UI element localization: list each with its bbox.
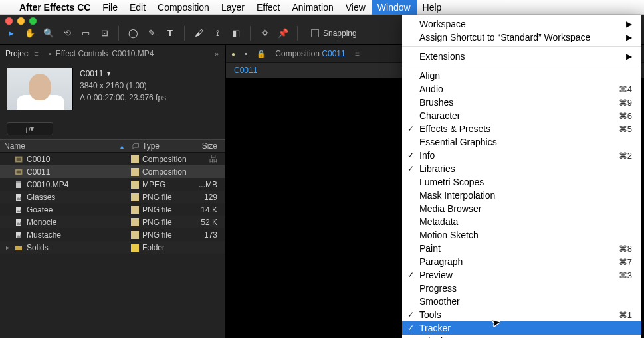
comp-tab-prefix: Composition — [275, 49, 320, 58]
label-color-swatch[interactable] — [131, 155, 139, 163]
check-icon: ✓ — [407, 323, 414, 333]
brush-tool-icon[interactable]: 🖌 — [193, 27, 205, 39]
panel-menu-icon[interactable]: ≡ — [355, 49, 360, 58]
menu-item-character[interactable]: Character⌘6 — [402, 109, 641, 122]
tab-project[interactable]: Project ≡ — [5, 49, 39, 58]
tab-effect-controls[interactable]: ▪ Effect Controls C0010.MP4 — [49, 49, 154, 58]
flowchart-icon[interactable]: 品 — [209, 153, 217, 165]
project-row[interactable]: GoateePNG file14 K — [0, 203, 225, 216]
project-search-input[interactable]: ρ▾ — [7, 122, 53, 135]
window-close-icon[interactable] — [5, 17, 13, 25]
mpeg-icon — [15, 181, 23, 189]
selection-tool-icon[interactable]: ▸ — [5, 27, 17, 39]
menu-item-paragraph[interactable]: Paragraph⌘7 — [402, 255, 641, 268]
tab-project-label: Project — [5, 49, 30, 58]
menu-item-brushes[interactable]: Brushes⌘9 — [402, 96, 641, 109]
label-color-swatch[interactable] — [131, 193, 139, 201]
menu-item-label: Smoother — [419, 296, 460, 307]
project-row[interactable]: GlassesPNG file129 — [0, 191, 225, 203]
label-color-swatch[interactable] — [131, 218, 139, 226]
menu-view[interactable]: View — [340, 0, 372, 15]
crop-tool-icon[interactable]: ⊡ — [98, 27, 110, 39]
menu-item-progress[interactable]: Progress — [402, 282, 641, 295]
selected-item-title: C0011 — [80, 69, 103, 78]
roi-tool-icon[interactable]: ▭ — [80, 27, 92, 39]
selected-item-dropdown-icon[interactable]: ▼ — [106, 68, 112, 78]
menu-item-tracker[interactable]: ✓Tracker — [402, 321, 641, 335]
menu-edit[interactable]: Edit — [124, 0, 152, 15]
snapping-toggle[interactable]: Snapping — [311, 29, 357, 38]
window-minimize-icon[interactable] — [17, 17, 25, 25]
menu-window[interactable]: Window — [372, 0, 417, 15]
menu-item-label: Lumetri Scopes — [419, 177, 484, 187]
eraser-tool-icon[interactable]: ◧ — [230, 27, 242, 39]
menu-layer[interactable]: Layer — [215, 0, 251, 15]
type-tool-icon[interactable]: T — [164, 27, 176, 39]
menu-item-lumetri-scopes[interactable]: Lumetri Scopes — [402, 175, 641, 189]
menu-item-label: Align — [419, 70, 440, 81]
menu-effect[interactable]: Effect — [251, 0, 286, 15]
menu-item-workspace[interactable]: Workspace▶ — [402, 17, 641, 31]
window-zoom-icon[interactable] — [29, 17, 37, 25]
clone-stamp-icon[interactable]: ⟟ — [211, 27, 223, 39]
orbit-tool-icon[interactable]: ⟲ — [61, 27, 73, 39]
project-row[interactable]: C0010Composition品 — [0, 153, 225, 165]
menu-item-metadata[interactable]: Metadata — [402, 215, 641, 228]
project-row[interactable]: MustachePNG file173 — [0, 228, 225, 241]
header-label-color[interactable]: 🏷 — [128, 141, 142, 151]
menu-item-effects-presets[interactable]: ✓Effects & Presets⌘5 — [402, 122, 641, 135]
menu-item-mask-interpolation[interactable]: Mask Interpolation — [402, 189, 641, 202]
label-color-swatch[interactable] — [131, 181, 139, 189]
panel-lock-icon[interactable]: 🔒 — [257, 50, 266, 58]
label-color-swatch[interactable] — [131, 244, 139, 252]
submenu-arrow-icon: ▶ — [626, 33, 632, 42]
label-color-swatch[interactable] — [131, 206, 139, 214]
puppet-pin-icon[interactable]: 📌 — [277, 27, 289, 39]
menu-item-info[interactable]: ✓Info⌘2 — [402, 149, 641, 162]
header-size[interactable]: Size — [193, 141, 221, 151]
png-icon — [15, 218, 23, 226]
label-color-swatch[interactable] — [131, 231, 139, 239]
project-row[interactable]: MonoclePNG file52 K — [0, 216, 225, 228]
menu-item-paint[interactable]: Paint⌘8 — [402, 242, 641, 255]
menu-item-motion-sketch[interactable]: Motion Sketch — [402, 228, 641, 242]
menu-item-audio[interactable]: Audio⌘4 — [402, 82, 641, 96]
menu-item-wiggler[interactable]: Wiggler — [402, 335, 641, 338]
zoom-tool-icon[interactable]: 🔍 — [43, 27, 54, 39]
menu-item-smoother[interactable]: Smoother — [402, 295, 641, 308]
header-name[interactable]: Name▴ — [4, 141, 128, 151]
panel-overflow-icon[interactable]: » — [215, 50, 219, 58]
comp-tab[interactable]: Composition C0011 — [275, 49, 345, 58]
menu-item-tools[interactable]: ✓Tools⌘1 — [402, 308, 641, 321]
menu-item-essential-graphics[interactable]: Essential Graphics — [402, 135, 641, 149]
menu-file[interactable]: File — [96, 0, 124, 15]
png-icon — [15, 231, 23, 239]
project-row[interactable]: C0011Composition — [0, 165, 225, 178]
panel-menu-icon[interactable]: ≡ — [34, 50, 38, 58]
label-color-swatch[interactable] — [131, 168, 139, 176]
project-row-type: Composition — [142, 155, 193, 164]
disclosure-icon[interactable]: ▸ — [4, 244, 11, 251]
menu-animation[interactable]: Animation — [286, 0, 339, 15]
menu-item-media-browser[interactable]: Media Browser — [402, 202, 641, 215]
snapping-checkbox-icon[interactable] — [311, 29, 319, 37]
menu-item-align[interactable]: Align — [402, 69, 641, 82]
project-row[interactable]: C0010.MP4MPEG...MB — [0, 178, 225, 191]
menu-help[interactable]: Help — [417, 0, 448, 15]
menu-item-preview[interactable]: ✓Preview⌘3 — [402, 268, 641, 282]
project-row-size: ...MB — [193, 180, 221, 189]
roto-brush-icon[interactable]: ✥ — [259, 27, 270, 39]
hand-tool-icon[interactable]: ✋ — [24, 27, 36, 39]
shape-ellipse-icon[interactable]: ◯ — [127, 27, 139, 39]
menu-item-extensions[interactable]: Extensions▶ — [402, 50, 641, 63]
project-row[interactable]: ▸SolidsFolder — [0, 241, 225, 254]
menu-item-label: Workspace — [419, 19, 466, 29]
pen-tool-icon[interactable]: ✎ — [146, 27, 158, 39]
menu-item-shortcut: ⌘9 — [619, 98, 632, 108]
menu-item-assign-shortcut-to-standard-workspace[interactable]: Assign Shortcut to “Standard” Workspace▶ — [402, 31, 641, 44]
project-row-size: 14 K — [193, 205, 221, 214]
menu-item-libraries[interactable]: ✓Libraries — [402, 162, 641, 175]
menu-composition[interactable]: Composition — [152, 0, 215, 15]
selected-item-thumbnail[interactable] — [7, 68, 73, 110]
header-type[interactable]: Type — [142, 141, 193, 151]
